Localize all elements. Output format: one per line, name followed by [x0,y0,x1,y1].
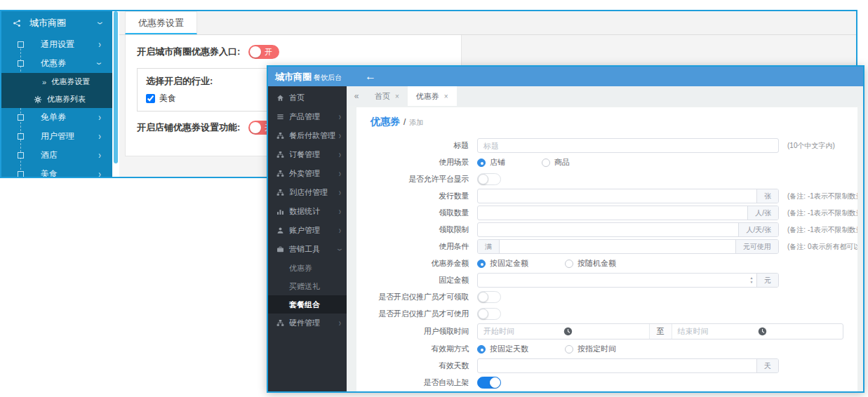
list-icon [276,113,284,121]
fixed-amount-input-group: ▲▼元 [477,273,779,288]
sidebar-subitem[interactable]: 优惠券列表 [1,90,112,108]
field-label-promoter-claim: 是否开启仅推广员才可领取 [370,292,477,302]
sidebar-item-city-mall[interactable]: 城市商圈 › [1,11,112,35]
overlay-sidebar-item[interactable]: 餐后付款管理 › [268,126,347,145]
scrollbar-thumb[interactable] [114,11,118,163]
sidebar-item[interactable]: 优惠券 › [1,54,112,73]
overlay-sidebar-item-label: 到店付管理 [289,187,328,198]
field-control-platform-display [477,173,843,185]
tree-node-icon [18,114,24,121]
title-input-group [477,138,779,153]
issue-count-input[interactable] [478,189,756,203]
unit-suffix: 天 [756,359,778,372]
gear-icon [34,95,42,104]
valid-days-input[interactable] [478,359,756,372]
chevron-right-icon: › [98,169,101,177]
radio-option[interactable]: 按固定金额 [477,258,528,269]
chevron-right-icon: › [339,112,341,122]
radio-label: 按随机金额 [577,258,616,269]
field-note: (备注: -1表示不限制数量) [787,191,857,201]
form-row-claim-limit: 领取限制人/天/张(备注: -1表示不限制数量) [370,222,843,237]
overlay-sidebar-item[interactable]: 营销工具 › [268,240,347,259]
field-control-promoter-claim [477,291,843,303]
sidebar-item[interactable]: 通用设置 › [1,35,112,54]
coupon-add-panel: 优惠券 / 添加 标题(10个中文字内)使用场景店铺商品是否允许平台显示发行数量… [356,107,857,391]
overlay-sidebar-item[interactable]: 数据统计 › [268,202,347,221]
promoter-claim-toggle[interactable] [477,291,501,303]
radio-option[interactable]: 按随机金额 [565,258,616,269]
auto-shelf-toggle[interactable] [477,377,501,389]
sitemap-icon [276,189,284,196]
use-condition-input[interactable] [500,240,735,253]
tab-label: 优惠券 [416,91,439,102]
number-stepper[interactable]: ▲▼ [747,274,756,287]
chevron-right-icon: › [339,226,341,236]
close-icon[interactable]: × [444,93,448,100]
sitemap-icon [276,151,284,159]
field-label-platform-display: 是否允许平台显示 [370,174,477,184]
field-label-valid-days: 有效天数 [370,361,477,371]
overlay-tabbar: « 首页×优惠券× [347,86,863,106]
overlay-sidebar-item[interactable]: 外卖管理 › [268,164,347,183]
datetime-range-picker[interactable]: 开始时间 至 结束时间 [477,323,843,339]
claim-limit-input-group: 人/天/张 [477,222,779,237]
overlay-sidebar-item[interactable]: 到店付管理 › [268,183,347,202]
overlay-sidebar-item[interactable]: 首页 [268,88,347,107]
promoter-use-toggle[interactable] [477,308,501,320]
radio-label: 按指定时间 [577,344,616,354]
overlay-sidebar-item[interactable]: 账户管理 › [268,221,347,240]
overlay-sidebar-subitem[interactable]: 买赠送礼 [268,277,347,295]
unit-suffix: 人/张 [747,206,778,220]
radio-option[interactable]: 商品 [542,157,570,168]
prefix-label: 满 [478,240,500,253]
form-row-scene: 使用场景店铺商品 [370,155,843,170]
sitemap-icon [276,170,284,177]
toggle-on-text: 开 [265,47,272,58]
title-input[interactable] [478,139,778,152]
field-control-issue-count: 张(备注: -1表示不限制数量) [477,189,843,203]
form-row-amount-mode: 优惠券金额按固定金额按随机金额 [370,256,843,271]
overlay-sidebar-item[interactable]: 订餐管理 › [268,145,347,164]
claim-count-input[interactable] [478,206,747,220]
clock-icon[interactable] [563,327,573,336]
platform-display-toggle[interactable] [477,173,501,185]
clock-icon[interactable] [758,327,767,336]
entry-toggle[interactable]: 开 [248,45,279,59]
claim-limit-input[interactable] [478,223,738,236]
form-row-platform-display: 是否允许平台显示 [370,172,843,187]
field-control-claim-time: 开始时间 至 结束时间 [477,323,843,339]
tab-coupon-settings[interactable]: 优惠券设置 [125,11,197,34]
radio-option[interactable]: 按指定时间 [565,344,616,354]
radio-label: 商品 [554,157,570,168]
tab-inactive[interactable]: 首页× [366,86,408,106]
back-arrow-button[interactable]: ← [365,71,376,82]
overlay-main: « 首页×优惠券× 优惠券 / 添加 标题(10个中文字内)使用场景店铺商品是否… [347,86,863,391]
radio-option[interactable]: 店铺 [477,157,505,168]
overlay-title-sub: 餐饮后台 [314,74,342,81]
form-row-issue-count: 发行数量张(备注: -1表示不限制数量) [370,189,843,203]
overlay-window: 城市商圈餐饮后台 ← 首页 产品管理 › 餐后付款管理 › 订餐管理 › 外卖管… [267,65,864,393]
collapse-tabs-button[interactable]: « [347,86,366,106]
sidebar-item[interactable]: 用户管理 › [1,127,112,146]
food-checkbox[interactable] [146,94,155,103]
home-icon [276,94,284,102]
sidebar-scrollbar[interactable] [112,11,119,177]
overlay-sidebar-subitem[interactable]: 优惠券 [268,259,347,277]
sidebar-subitem[interactable]: »优惠券设置 [1,73,112,90]
sidebar-item[interactable]: 美食 › [1,165,112,177]
overlay-sidebar-item[interactable]: 硬件管理 › [268,314,347,332]
chevron-down-icon: › [94,62,105,65]
overlay-sidebar-item-label: 订餐管理 [289,149,320,160]
tab-active[interactable]: 优惠券× [408,86,457,106]
field-note: (备注: -1表示不限制数量) [787,225,857,235]
close-icon[interactable]: × [395,93,399,100]
overlay-sidebar-item[interactable]: 产品管理 › [268,107,347,126]
sidebar-item[interactable]: 酒店 › [1,146,112,165]
sitemap-icon [276,132,284,140]
radio-unselected-icon [542,159,550,167]
field-control-claim-count: 人/张(备注: -1表示不限制数量) [477,206,843,220]
fixed-amount-input[interactable] [478,274,747,287]
radio-option[interactable]: 按固定天数 [477,344,528,354]
sidebar-item[interactable]: 免单券 › [1,108,112,127]
overlay-sidebar-subitem[interactable]: 套餐组合 [268,295,347,314]
